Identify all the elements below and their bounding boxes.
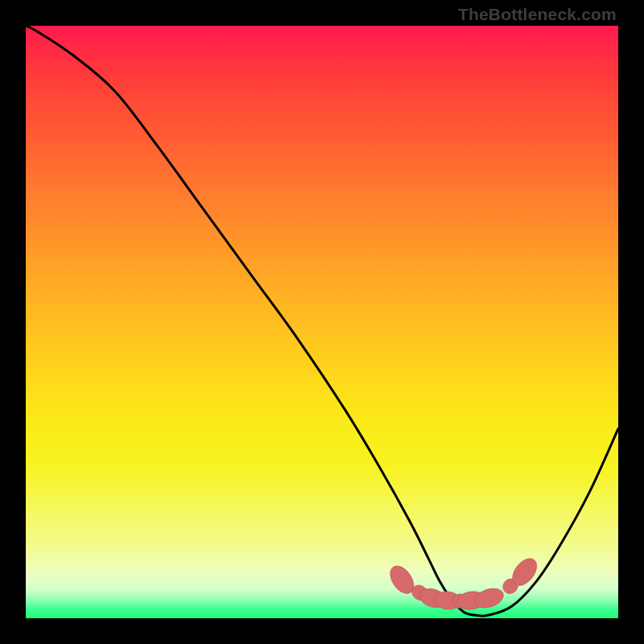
markers-group: [386, 554, 542, 611]
bottleneck-curve: [26, 26, 618, 616]
svg-point-5: [456, 590, 486, 612]
svg-point-0: [386, 562, 419, 598]
data-marker: [452, 594, 468, 609]
curve-layer: [26, 26, 618, 618]
chart-container: TheBottleneck.com: [0, 0, 644, 644]
svg-point-2: [417, 585, 448, 610]
svg-point-1: [409, 582, 431, 604]
svg-point-6: [473, 585, 506, 611]
svg-point-7: [500, 576, 521, 597]
svg-point-8: [508, 554, 542, 590]
svg-point-4: [452, 594, 468, 609]
watermark-text: TheBottleneck.com: [458, 5, 617, 24]
data-marker: [473, 585, 506, 611]
data-marker: [508, 554, 542, 590]
svg-point-3: [434, 590, 462, 610]
data-marker: [500, 576, 521, 597]
plot-area: [26, 26, 618, 618]
data-marker: [386, 562, 419, 598]
data-marker: [434, 590, 462, 610]
data-marker: [409, 582, 431, 604]
data-marker: [456, 590, 486, 612]
data-marker: [417, 585, 448, 610]
